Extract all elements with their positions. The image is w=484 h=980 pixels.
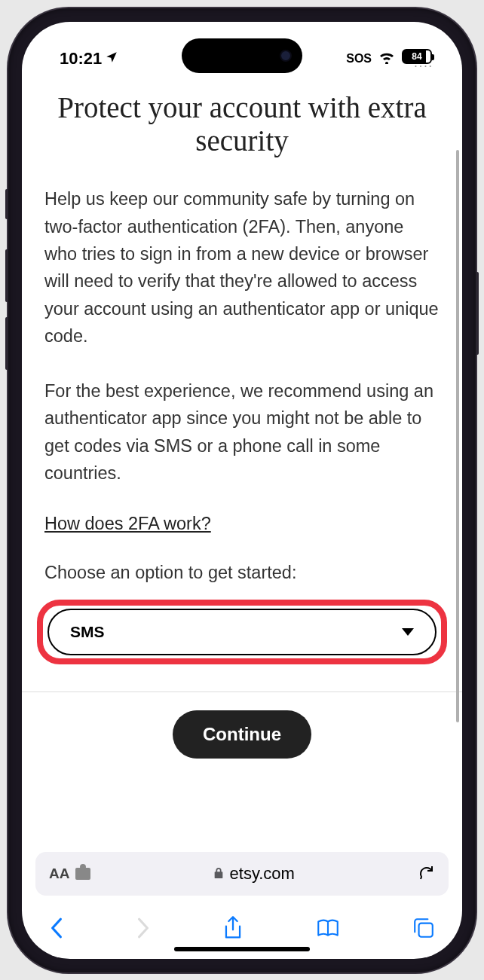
page-content[interactable]: Protect your account with extra security… xyxy=(22,75,462,841)
caret-down-icon xyxy=(402,628,414,636)
volume-down-button xyxy=(5,317,8,370)
bookmarks-button[interactable] xyxy=(315,917,341,939)
lock-icon xyxy=(213,864,224,884)
forward-button xyxy=(136,917,151,939)
iphone-frame: 10:21 SOS 84 • • • • Protect your xyxy=(8,8,476,972)
battery-indicator: 84 xyxy=(402,49,432,64)
how-does-2fa-work-link[interactable]: How does 2FA work? xyxy=(44,514,211,534)
url-bar[interactable]: AA etsy.com xyxy=(35,852,449,896)
url-domain: etsy.com xyxy=(230,864,295,884)
raw-gsm-indicator: • • • • xyxy=(415,63,432,69)
annotation-highlight: SMS xyxy=(37,600,447,664)
reload-icon[interactable] xyxy=(417,863,435,884)
dynamic-island xyxy=(182,38,302,73)
paragraph-1: Help us keep our community safe by turni… xyxy=(44,185,440,350)
page-title: Protect your account with extra security xyxy=(44,91,440,159)
screen: 10:21 SOS 84 • • • • Protect your xyxy=(22,22,462,959)
battery-percent: 84 xyxy=(412,51,421,62)
wifi-icon xyxy=(378,49,396,69)
safari-address-bar-area: AA etsy.com xyxy=(22,841,462,902)
dropdown-value: SMS xyxy=(70,623,105,641)
location-arrow-icon xyxy=(105,49,118,69)
text-size-button[interactable]: AA xyxy=(49,866,69,882)
continue-button[interactable]: Continue xyxy=(173,710,311,759)
2fa-method-dropdown[interactable]: SMS xyxy=(47,609,437,655)
status-time: 10:21 xyxy=(60,49,102,69)
front-camera xyxy=(280,50,292,62)
volume-up-button xyxy=(5,249,8,302)
extension-icon[interactable] xyxy=(75,868,90,880)
svg-rect-0 xyxy=(419,923,433,936)
sos-indicator: SOS xyxy=(346,52,372,66)
paragraph-2: For the best experience, we recommend us… xyxy=(44,377,440,487)
share-button[interactable] xyxy=(222,915,244,941)
tabs-button[interactable] xyxy=(412,917,435,939)
side-button xyxy=(5,189,8,219)
choose-option-label: Choose an option to get started: xyxy=(44,563,440,583)
back-button[interactable] xyxy=(49,917,64,939)
home-indicator[interactable] xyxy=(174,947,310,951)
power-button xyxy=(476,272,479,355)
